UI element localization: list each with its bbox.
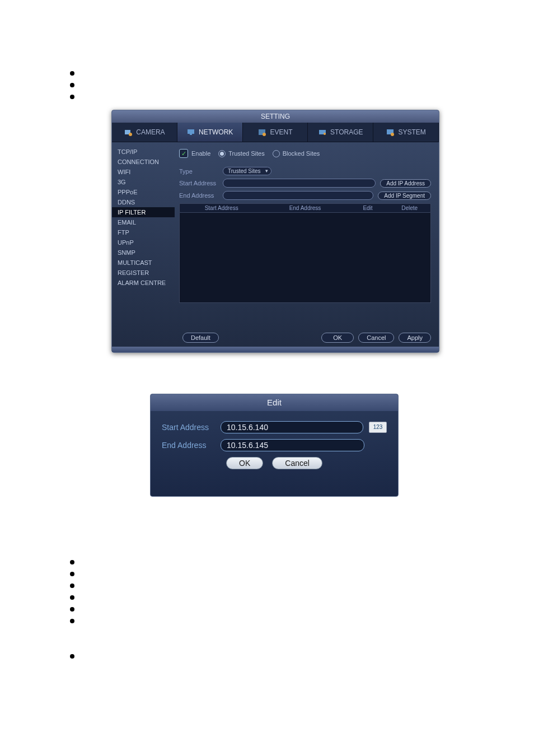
cancel-button[interactable]: Cancel: [358, 333, 394, 343]
tab-storage[interactable]: STORAGE: [308, 123, 373, 142]
edit-cancel-button[interactable]: Cancel: [272, 457, 322, 469]
sidebar-item-upnp[interactable]: UPnP: [112, 237, 175, 248]
edit-ok-button[interactable]: OK: [226, 457, 263, 469]
settings-dialog: SETTING CAMERA NETWORK EVENT STORAGE: [111, 110, 439, 353]
end-address-input[interactable]: [223, 191, 373, 200]
sidebar-item-snmp[interactable]: SNMP: [112, 248, 175, 258]
tab-label: EVENT: [270, 128, 292, 136]
tab-label: NETWORK: [199, 128, 233, 136]
sidebar-item-connection[interactable]: CONNECTION: [112, 157, 175, 167]
svg-rect-3: [190, 134, 192, 135]
sidebar-item-multicast[interactable]: MULTICAST: [112, 258, 175, 268]
content-panel: ✓ Enable Trusted Sites Blocked Sites Typ…: [175, 142, 439, 347]
add-ip-segment-button[interactable]: Add IP Segment: [378, 192, 431, 200]
tab-event[interactable]: EVENT: [243, 123, 308, 142]
end-address-label: End Address: [179, 192, 223, 199]
bullet: [70, 572, 74, 576]
edit-start-label: Start Address: [162, 423, 221, 432]
col-delete: Delete: [388, 205, 430, 211]
bullet: [70, 83, 74, 87]
event-icon: [257, 128, 266, 137]
sidebar-item-register[interactable]: REGISTER: [112, 268, 175, 278]
radio-blocked-label: Blocked Sites: [283, 150, 320, 157]
col-edit: Edit: [347, 205, 389, 211]
tab-label: SYSTEM: [398, 128, 425, 136]
edit-dialog: Edit Start Address 10.15.6.140 123 End A…: [150, 394, 399, 497]
svg-point-5: [263, 133, 266, 136]
sidebar-item-alarmcentre[interactable]: ALARM CENTRE: [112, 278, 175, 288]
table-body: [179, 213, 431, 303]
type-select[interactable]: Trusted Sites: [223, 167, 271, 175]
sidebar-item-3g[interactable]: 3G: [112, 177, 175, 187]
radio-trusted[interactable]: [218, 150, 226, 157]
ok-button[interactable]: OK: [321, 333, 354, 343]
type-label: Type: [179, 168, 223, 175]
sidebar-item-wifi[interactable]: WIFI: [112, 167, 175, 177]
start-address-input[interactable]: [223, 179, 376, 188]
sidebar-item-tcpip[interactable]: TCP/IP: [112, 147, 175, 157]
apply-button[interactable]: Apply: [399, 333, 431, 343]
keypad-icon[interactable]: 123: [369, 422, 387, 433]
storage-icon: [318, 128, 327, 137]
bullet: [70, 584, 74, 588]
bullet: [70, 560, 74, 564]
radio-trusted-label: Trusted Sites: [228, 150, 264, 157]
edit-end-label: End Address: [162, 441, 221, 450]
bullet: [70, 654, 74, 659]
tab-camera[interactable]: CAMERA: [112, 123, 177, 142]
svg-point-7: [324, 133, 326, 135]
enable-label: Enable: [191, 150, 210, 157]
add-ip-address-button[interactable]: Add IP Address: [380, 179, 431, 188]
table-header: Start Address End Address Edit Delete: [179, 203, 431, 213]
svg-rect-2: [188, 129, 194, 134]
tab-system[interactable]: SYSTEM: [373, 123, 439, 142]
network-icon: [186, 128, 195, 137]
camera-icon: [124, 128, 133, 137]
bottom-button-row: Default OK Cancel Apply: [182, 333, 431, 343]
tab-row: CAMERA NETWORK EVENT STORAGE SYSTEM: [112, 123, 439, 142]
default-button[interactable]: Default: [182, 333, 219, 343]
radio-blocked[interactable]: [273, 150, 280, 157]
enable-checkbox[interactable]: ✓: [179, 149, 188, 158]
bullet: [70, 95, 74, 99]
tab-network[interactable]: NETWORK: [177, 123, 243, 142]
bullet: [70, 595, 74, 600]
sidebar-item-ddns[interactable]: DDNS: [112, 197, 175, 207]
tab-label: CAMERA: [136, 128, 165, 136]
sidebar-item-ipfilter[interactable]: IP FILTER: [112, 207, 175, 217]
edit-dialog-title: Edit: [151, 394, 398, 411]
edit-end-input[interactable]: 10.15.6.145: [221, 439, 364, 451]
col-end: End Address: [263, 205, 346, 211]
sidebar-item-email[interactable]: EMAIL: [112, 217, 175, 227]
start-address-label: Start Address: [179, 180, 223, 186]
system-icon: [386, 128, 395, 137]
sidebar: TCP/IP CONNECTION WIFI 3G PPPoE DDNS IP …: [112, 142, 175, 347]
sidebar-item-pppoe[interactable]: PPPoE: [112, 187, 175, 197]
bullet: [70, 71, 74, 76]
dialog-footer-strip: [112, 347, 439, 352]
dialog-title: SETTING: [112, 110, 439, 123]
col-start: Start Address: [180, 205, 263, 211]
bullet: [70, 607, 74, 612]
tab-label: STORAGE: [330, 128, 363, 136]
bullet: [70, 619, 74, 623]
svg-point-9: [391, 133, 394, 136]
edit-start-input[interactable]: 10.15.6.140: [221, 421, 363, 433]
sidebar-item-ftp[interactable]: FTP: [112, 227, 175, 237]
svg-point-1: [129, 133, 132, 136]
